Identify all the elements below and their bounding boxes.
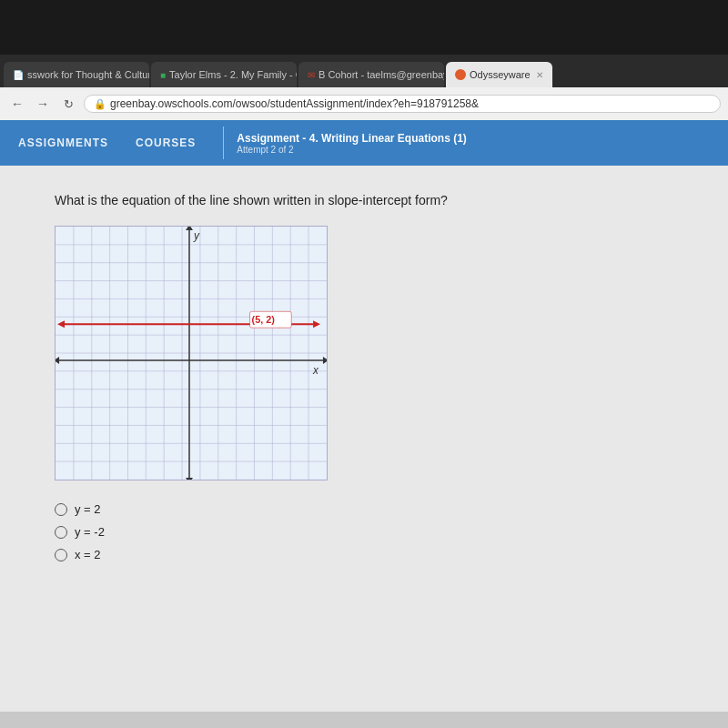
tab-bcohort[interactable]: ✉ B Cohort - taelms@greenbaystu ✕ (298, 62, 444, 87)
forward-button[interactable]: → (33, 96, 53, 111)
question-text: What is the equation of the line shown w… (55, 193, 673, 207)
radio-1[interactable] (55, 503, 67, 516)
nav-divider (223, 126, 224, 159)
line-arrow-left (57, 320, 65, 328)
url-text: greenbay.owschools.com/owsoo/studentAssi… (110, 97, 479, 110)
tab-label-bcohort: B Cohort - taelms@greenbaystu (318, 69, 444, 80)
address-bar-row: ← → ↻ 🔒 greenbay.owschools.com/owsoo/stu… (0, 87, 728, 120)
back-button[interactable]: ← (7, 96, 27, 111)
address-field[interactable]: 🔒 greenbay.owschools.com/owsoo/studentAs… (84, 95, 721, 113)
tab-bar: 📄 sswork for Thought & Culture ✕ ■ Taylo… (0, 55, 728, 87)
assignment-info: Assignment - 4. Writing Linear Equations… (237, 132, 466, 155)
grid-horizontal (56, 245, 327, 461)
taskbar (0, 0, 728, 55)
tab-icon-sswork: 📄 (13, 70, 24, 80)
y-axis-arrow (186, 227, 193, 230)
site-nav: ASSIGNMENTS COURSES Assignment - 4. Writ… (0, 120, 728, 166)
answer-option-3[interactable]: x = 2 (55, 548, 673, 561)
nav-courses[interactable]: COURSES (136, 136, 196, 149)
tab-close-odyssey[interactable]: ✕ (536, 70, 543, 80)
tab-label-sswork: sswork for Thought & Culture (27, 69, 149, 80)
tab-taylor[interactable]: ■ Taylor Elms - 2. My Family - Goo ✕ (151, 62, 297, 87)
tab-icon-bcohort: ✉ (308, 70, 315, 80)
tab-odysseyware[interactable]: Odysseyware ✕ (446, 62, 552, 87)
tab-label-odyssey: Odysseyware (470, 69, 531, 80)
assignment-subtitle: Attempt 2 of 2 (237, 145, 466, 155)
y-label: y (193, 229, 200, 242)
tab-sswork[interactable]: 📄 sswork for Thought & Culture ✕ (4, 62, 149, 87)
radio-2[interactable] (55, 526, 67, 539)
nav-assignments[interactable]: ASSIGNMENTS (18, 136, 108, 149)
radio-3[interactable] (55, 549, 67, 561)
y-axis-down-arrow (186, 478, 193, 480)
odyssey-dot-icon (455, 69, 466, 80)
answer-option-2[interactable]: y = -2 (55, 525, 673, 539)
point-label-text: (5, 2) (252, 314, 276, 325)
refresh-button[interactable]: ↻ (58, 97, 78, 111)
x-axis-left-arrow (56, 357, 59, 364)
answer-label-3: x = 2 (75, 548, 101, 561)
answer-label-1: y = 2 (75, 502, 101, 516)
assignment-title: Assignment - 4. Writing Linear Equations… (237, 132, 466, 145)
answer-choices: y = 2 y = -2 x = 2 (55, 502, 673, 561)
browser-chrome: 📄 sswork for Thought & Culture ✕ ■ Taylo… (0, 55, 728, 120)
answer-label-2: y = -2 (75, 525, 105, 539)
answer-option-1[interactable]: y = 2 (55, 502, 673, 516)
x-axis-arrow (323, 357, 327, 364)
graph-svg: x y (5, 2) (56, 227, 327, 480)
graph-container: x y (5, 2) (55, 226, 328, 480)
line-arrow-right (313, 320, 320, 328)
tab-label-taylor: Taylor Elms - 2. My Family - Goo (169, 69, 297, 80)
tab-icon-taylor: ■ (160, 70, 166, 80)
lock-icon: 🔒 (94, 98, 106, 110)
main-content: What is the equation of the line shown w… (0, 166, 728, 712)
x-label: x (312, 364, 319, 377)
